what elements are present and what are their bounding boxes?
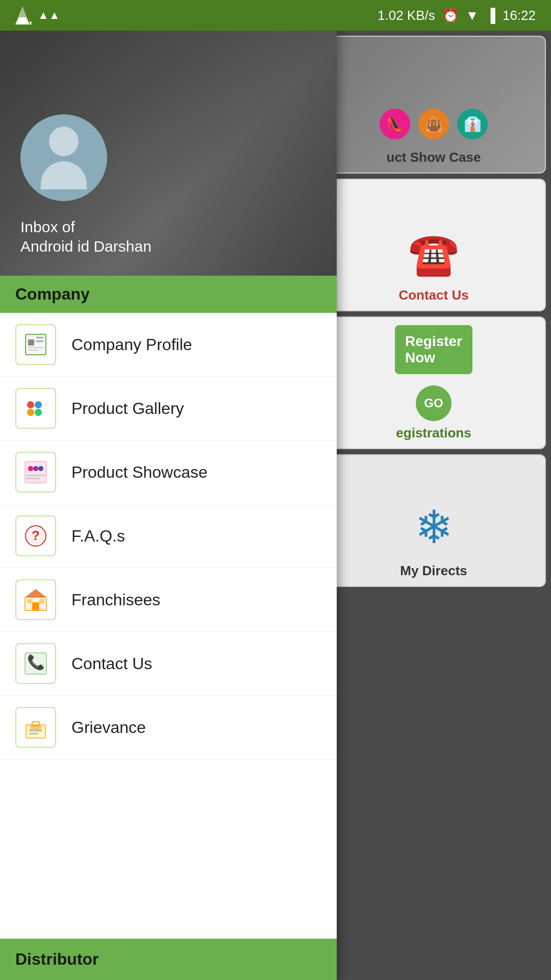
svg-rect-23 bbox=[32, 602, 39, 610]
distributor-section-header: Distributor bbox=[0, 939, 337, 980]
wifi-icon: ▼ bbox=[466, 8, 479, 23]
username-label: Android id Darshan bbox=[20, 238, 152, 255]
company-section-label: Company bbox=[15, 285, 90, 303]
svg-point-11 bbox=[27, 409, 34, 416]
menu-item-grievance[interactable]: Grievance bbox=[0, 696, 337, 760]
avatar-person bbox=[41, 127, 87, 189]
svg-rect-7 bbox=[28, 347, 43, 348]
svg-rect-6 bbox=[36, 340, 43, 342]
showcase-icons: 👠 👜 👔 bbox=[380, 109, 488, 139]
product-gallery-icon bbox=[15, 388, 56, 429]
showcase-card[interactable]: 👠 👜 👔 uct Show Case bbox=[321, 36, 546, 174]
svg-rect-24 bbox=[27, 599, 32, 603]
grievance-label: Grievance bbox=[71, 718, 146, 737]
svg-rect-8 bbox=[28, 350, 38, 351]
faqs-label: F.A.Q.s bbox=[71, 527, 125, 546]
svg-rect-17 bbox=[26, 475, 45, 476]
product-gallery-label: Product Gallery bbox=[71, 399, 184, 418]
company-profile-label: Company Profile bbox=[71, 335, 192, 354]
directs-card[interactable]: ❄ My Directs bbox=[321, 454, 546, 587]
svg-rect-4 bbox=[28, 339, 34, 346]
menu-list: Company Profile Product Gallery bbox=[0, 313, 337, 939]
status-bar-right: 1.02 KB/s ⏰ ▼ ▐ 16:22 bbox=[378, 8, 536, 23]
menu-item-product-showcase[interactable]: Product Showcase bbox=[0, 440, 337, 504]
company-profile-icon bbox=[15, 324, 56, 365]
svg-point-15 bbox=[33, 466, 38, 471]
network-speed: 1.02 KB/s bbox=[378, 8, 435, 23]
svg-rect-31 bbox=[29, 730, 42, 731]
register-badge: RegisterNow bbox=[395, 325, 472, 374]
svg-point-14 bbox=[28, 466, 33, 471]
right-panel: 👠 👜 👔 uct Show Case ☎️ Contact Us Regist… bbox=[316, 31, 551, 980]
company-section-header: Company bbox=[0, 276, 337, 313]
inbox-label: Inbox of bbox=[20, 216, 152, 238]
navigation-drawer: Inbox of Android id Darshan Company bbox=[0, 31, 337, 980]
hanger-icon: 👔 bbox=[457, 109, 488, 139]
menu-item-company-profile[interactable]: Company Profile bbox=[0, 313, 337, 377]
svg-rect-25 bbox=[39, 599, 44, 603]
contact-card-label: Contact Us bbox=[398, 287, 468, 303]
avatar bbox=[20, 114, 107, 201]
svg-text:?: ? bbox=[32, 528, 40, 543]
contact-us-icon: 📞 bbox=[15, 643, 56, 684]
drawer-user-info: Inbox of Android id Darshan bbox=[20, 216, 152, 255]
signal-bars: ▲▲ bbox=[38, 9, 60, 22]
main-container: 👠 👜 👔 uct Show Case ☎️ Contact Us Regist… bbox=[0, 31, 551, 980]
status-bar: ▲▲ 1.02 KB/s ⏰ ▼ ▐ 16:22 bbox=[0, 0, 551, 31]
status-bar-left: ▲▲ bbox=[15, 6, 60, 24]
telephone-icon: ☎️ bbox=[408, 230, 459, 278]
svg-point-12 bbox=[35, 409, 42, 416]
svg-rect-5 bbox=[36, 337, 43, 338]
contact-card[interactable]: ☎️ Contact Us bbox=[321, 179, 546, 311]
register-card-label: egistrations bbox=[396, 425, 471, 441]
franchisees-label: Franchisees bbox=[71, 591, 160, 609]
menu-item-franchisees[interactable]: Franchisees bbox=[0, 568, 337, 632]
svg-rect-32 bbox=[29, 733, 38, 734]
svg-point-16 bbox=[38, 466, 43, 471]
distributor-section-label: Distributor bbox=[15, 950, 99, 968]
avatar-body bbox=[41, 161, 87, 189]
faqs-icon: ? bbox=[15, 516, 56, 556]
time-display: 16:22 bbox=[503, 8, 536, 23]
svg-rect-13 bbox=[25, 461, 46, 483]
franchisees-icon bbox=[15, 579, 56, 620]
signal-icon bbox=[15, 6, 34, 24]
menu-item-contact-us[interactable]: 📞 Contact Us bbox=[0, 632, 337, 696]
product-showcase-icon bbox=[15, 452, 56, 493]
svg-marker-22 bbox=[25, 589, 46, 597]
battery-icon: ▐ bbox=[486, 8, 495, 23]
product-showcase-label: Product Showcase bbox=[71, 463, 208, 482]
svg-rect-18 bbox=[26, 478, 40, 479]
grievance-icon bbox=[15, 707, 56, 748]
showcase-card-label: uct Show Case bbox=[387, 150, 481, 165]
svg-point-10 bbox=[35, 401, 42, 408]
directs-card-label: My Directs bbox=[400, 563, 467, 579]
drawer-header: Inbox of Android id Darshan bbox=[0, 31, 337, 276]
menu-item-product-gallery[interactable]: Product Gallery bbox=[0, 377, 337, 440]
menu-item-faqs[interactable]: ? F.A.Q.s bbox=[0, 504, 337, 568]
svg-text:📞: 📞 bbox=[27, 654, 45, 671]
snowflake-icon: ❄ bbox=[415, 500, 453, 554]
register-card[interactable]: RegisterNow GO egistrations bbox=[321, 316, 546, 449]
go-button[interactable]: GO bbox=[416, 385, 452, 421]
contact-us-label: Contact Us bbox=[71, 654, 152, 673]
svg-point-9 bbox=[27, 401, 34, 408]
heels-icon: 👠 bbox=[380, 109, 410, 139]
bag-icon: 👜 bbox=[418, 109, 449, 139]
avatar-head bbox=[49, 127, 79, 156]
alarm-icon: ⏰ bbox=[442, 8, 459, 23]
